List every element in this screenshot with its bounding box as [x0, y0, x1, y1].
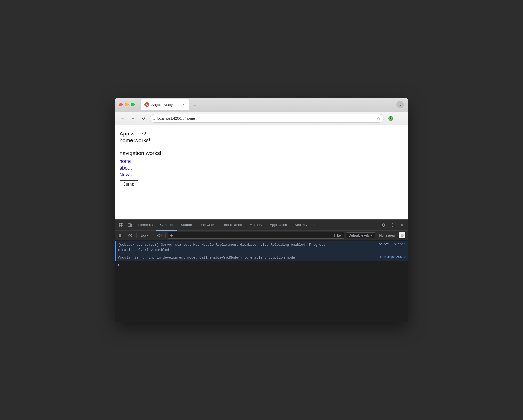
console-message-angular: Angular is running in development mode. …	[115, 254, 408, 262]
tab-close-button[interactable]: ×	[181, 102, 186, 107]
forward-button[interactable]: →	[129, 115, 137, 122]
console-prompt[interactable]: >	[115, 261, 408, 269]
tab-elements[interactable]: Elements	[134, 220, 156, 231]
console-toolbar: top ▾ ⊘ Filter Default levels ▾ N	[115, 231, 408, 240]
url-text: localhost:4200/#/home	[157, 116, 375, 121]
browser-icons: ⋮	[387, 114, 404, 122]
refresh-button[interactable]: ↺	[140, 115, 147, 122]
filter-input[interactable]	[175, 233, 332, 237]
console-filter-bar[interactable]: ⊘ Filter	[168, 232, 344, 239]
collapse-button[interactable]: ⌄	[396, 101, 404, 108]
title-bar: A AngularStudy × + ⌄	[115, 98, 408, 112]
tab-performance[interactable]: Performance	[218, 220, 246, 231]
devtools-more-options-button[interactable]: ⋮	[388, 221, 397, 230]
extension-icon[interactable]	[387, 114, 395, 122]
devtools-panel: Elements Console Sources Network Perform…	[115, 219, 408, 322]
console-message-webpack: [webpack-dev-server] Server started: Hot…	[115, 241, 408, 254]
toolbar-separator-2	[153, 233, 153, 238]
devtools-device-icon[interactable]	[125, 221, 134, 230]
svg-point-15	[159, 235, 160, 236]
active-tab[interactable]: A AngularStudy ×	[141, 99, 189, 110]
default-levels-dropdown[interactable]: Default levels ▾	[346, 232, 375, 238]
console-message-webpack-text: [webpack-dev-server] Server started: Hot…	[118, 243, 376, 253]
devtools-more-tabs[interactable]: »	[311, 220, 317, 231]
page-content: App works! home works! navigation works!…	[115, 125, 408, 219]
console-output: [webpack-dev-server] Server started: Hot…	[115, 240, 408, 322]
svg-point-3	[390, 116, 391, 118]
tab-sources[interactable]: Sources	[177, 220, 198, 231]
devtools-actions: ⚙ ⋮ ×	[379, 221, 406, 230]
console-message-angular-link[interactable]: core.mjs:25520	[378, 255, 406, 259]
home-works-text: home works!	[120, 137, 403, 144]
console-message-webpack-link[interactable]: polyfills.js:1	[378, 243, 406, 246]
bookmark-icon[interactable]: ☆	[377, 116, 380, 121]
toolbar-separator-1	[136, 233, 137, 238]
console-message-angular-content: Angular is running in development mode. …	[118, 256, 297, 260]
new-tab-button[interactable]: +	[191, 101, 199, 110]
news-link[interactable]: News	[120, 172, 403, 178]
tab-title: AngularStudy	[151, 103, 173, 107]
console-settings-button[interactable]: ⚙	[399, 232, 406, 239]
address-bar: ← → ↺ ℹ localhost:4200/#/home ☆ ⋮	[115, 112, 408, 125]
tab-bar: A AngularStudy × +	[141, 99, 393, 110]
minimize-button[interactable]	[125, 103, 129, 106]
traffic-lights	[119, 103, 135, 106]
svg-rect-5	[121, 223, 123, 225]
devtools-inspect-icon[interactable]	[117, 221, 125, 230]
about-link[interactable]: about	[120, 165, 403, 171]
toolbar-separator-3	[165, 233, 166, 238]
svg-rect-11	[119, 234, 123, 237]
tab-security[interactable]: Security	[291, 220, 311, 231]
console-message-webpack-content: [webpack-dev-server] Server started: Hot…	[118, 243, 325, 252]
url-bar[interactable]: ℹ localhost:4200/#/home ☆	[150, 114, 384, 123]
svg-rect-6	[119, 225, 121, 227]
maximize-button[interactable]	[131, 103, 135, 106]
tab-application[interactable]: Application	[266, 220, 291, 231]
tab-favicon: A	[144, 102, 149, 107]
svg-line-14	[129, 234, 131, 237]
console-message-angular-text: Angular is running in development mode. …	[118, 255, 376, 260]
browser-window: A AngularStudy × + ⌄ ← → ↺ ℹ localhost:4…	[115, 98, 408, 322]
jump-button[interactable]: Jump	[120, 180, 138, 188]
console-eye-button[interactable]	[156, 232, 163, 239]
svg-rect-4	[119, 223, 121, 225]
tab-memory[interactable]: Memory	[246, 220, 266, 231]
context-selector[interactable]: top ▾	[139, 233, 151, 238]
devtools-settings-button[interactable]: ⚙	[379, 221, 388, 230]
security-info-icon: ℹ	[153, 116, 155, 121]
close-button[interactable]	[119, 103, 123, 106]
more-options-button[interactable]: ⋮	[396, 114, 404, 122]
filter-label: Filter	[334, 233, 342, 237]
console-caret: >	[117, 263, 120, 267]
no-issues-badge: No Issues	[377, 232, 397, 239]
filter-icon: ⊘	[170, 234, 173, 237]
devtools-close-button[interactable]: ×	[398, 221, 406, 230]
home-link[interactable]: home	[120, 159, 403, 164]
svg-rect-9	[131, 224, 132, 227]
svg-point-2	[390, 118, 391, 119]
devtools-tab-bar: Elements Console Sources Network Perform…	[115, 220, 408, 231]
app-works-text: App works!	[120, 131, 403, 137]
console-clear-button[interactable]	[127, 232, 134, 239]
navigation-works-text: navigation works!	[120, 150, 403, 156]
console-sidebar-toggle[interactable]	[117, 232, 125, 239]
tab-console[interactable]: Console	[156, 220, 177, 231]
back-button[interactable]: ←	[119, 115, 127, 122]
tab-network[interactable]: Network	[198, 220, 218, 231]
svg-rect-7	[121, 225, 123, 227]
